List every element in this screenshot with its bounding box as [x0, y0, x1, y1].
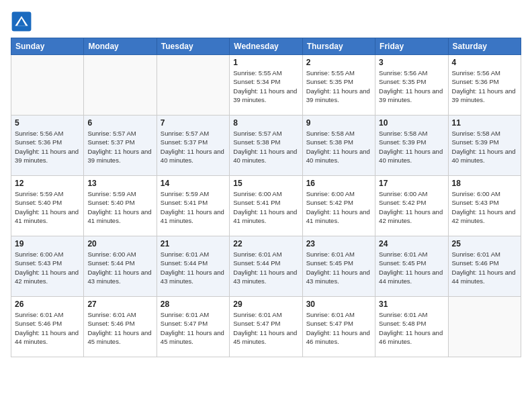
page-header: [11, 11, 521, 32]
calendar-day-cell: 25Sunrise: 6:01 AM Sunset: 5:46 PM Dayli…: [448, 236, 521, 297]
calendar-day-cell: 14Sunrise: 5:59 AM Sunset: 5:41 PM Dayli…: [157, 176, 229, 236]
day-number: 25: [452, 239, 517, 248]
calendar-day-cell: 9Sunrise: 5:58 AM Sunset: 5:38 PM Daylig…: [302, 116, 375, 176]
day-of-week-header: Tuesday: [157, 38, 229, 55]
day-number: 10: [379, 118, 444, 128]
calendar-day-cell: 20Sunrise: 6:00 AM Sunset: 5:44 PM Dayli…: [84, 236, 157, 297]
day-number: 19: [15, 239, 80, 248]
calendar-day-cell: 27Sunrise: 6:01 AM Sunset: 5:46 PM Dayli…: [84, 297, 157, 357]
day-number: 26: [15, 300, 80, 309]
logo: [11, 11, 35, 32]
day-of-week-header: Wednesday: [230, 38, 302, 55]
day-number: 28: [161, 300, 226, 309]
day-number: 30: [306, 300, 371, 309]
day-number: 14: [161, 179, 226, 188]
day-info: Sunrise: 6:01 AM Sunset: 5:46 PM Dayligh…: [452, 250, 517, 285]
day-info: Sunrise: 5:55 AM Sunset: 5:35 PM Dayligh…: [306, 68, 371, 104]
day-info: Sunrise: 5:59 AM Sunset: 5:40 PM Dayligh…: [15, 189, 80, 225]
calendar-day-cell: 19Sunrise: 6:00 AM Sunset: 5:43 PM Dayli…: [11, 236, 84, 297]
day-info: Sunrise: 5:58 AM Sunset: 5:39 PM Dayligh…: [379, 129, 444, 165]
day-info: Sunrise: 6:01 AM Sunset: 5:46 PM Dayligh…: [87, 310, 152, 346]
day-number: 24: [379, 239, 444, 248]
calendar-day-cell: 26Sunrise: 6:01 AM Sunset: 5:46 PM Dayli…: [11, 297, 84, 357]
day-number: 1: [233, 58, 298, 67]
day-info: Sunrise: 6:00 AM Sunset: 5:42 PM Dayligh…: [306, 189, 371, 225]
day-info: Sunrise: 6:00 AM Sunset: 5:44 PM Dayligh…: [87, 250, 152, 285]
day-info: Sunrise: 5:56 AM Sunset: 5:36 PM Dayligh…: [15, 129, 80, 165]
day-number: 23: [306, 239, 371, 248]
calendar-day-cell: [84, 55, 157, 116]
logo-icon: [11, 11, 32, 32]
day-of-week-header: Sunday: [11, 38, 84, 55]
calendar-day-cell: [157, 55, 229, 116]
day-info: Sunrise: 6:01 AM Sunset: 5:47 PM Dayligh…: [161, 310, 226, 346]
day-info: Sunrise: 6:00 AM Sunset: 5:42 PM Dayligh…: [379, 189, 444, 225]
day-info: Sunrise: 6:00 AM Sunset: 5:43 PM Dayligh…: [452, 189, 517, 225]
calendar-day-cell: 1Sunrise: 5:55 AM Sunset: 5:34 PM Daylig…: [230, 55, 302, 116]
day-number: 8: [233, 118, 298, 128]
day-info: Sunrise: 5:55 AM Sunset: 5:34 PM Dayligh…: [233, 68, 298, 104]
day-number: 9: [306, 118, 371, 128]
calendar-day-cell: 18Sunrise: 6:00 AM Sunset: 5:43 PM Dayli…: [448, 176, 521, 236]
calendar-day-cell: 3Sunrise: 5:56 AM Sunset: 5:35 PM Daylig…: [375, 55, 448, 116]
day-number: 27: [87, 300, 152, 309]
calendar-day-cell: 7Sunrise: 5:57 AM Sunset: 5:37 PM Daylig…: [157, 116, 229, 176]
day-info: Sunrise: 5:58 AM Sunset: 5:38 PM Dayligh…: [306, 129, 371, 165]
day-info: Sunrise: 5:57 AM Sunset: 5:37 PM Dayligh…: [161, 129, 226, 165]
calendar-day-cell: [11, 55, 84, 116]
day-info: Sunrise: 5:59 AM Sunset: 5:41 PM Dayligh…: [161, 189, 226, 225]
calendar-header-row: SundayMondayTuesdayWednesdayThursdayFrid…: [11, 38, 521, 55]
calendar-day-cell: 4Sunrise: 5:56 AM Sunset: 5:36 PM Daylig…: [448, 55, 521, 116]
calendar-day-cell: 11Sunrise: 5:58 AM Sunset: 5:39 PM Dayli…: [448, 116, 521, 176]
day-info: Sunrise: 5:58 AM Sunset: 5:39 PM Dayligh…: [452, 129, 517, 165]
calendar-day-cell: 16Sunrise: 6:00 AM Sunset: 5:42 PM Dayli…: [302, 176, 375, 236]
day-info: Sunrise: 5:56 AM Sunset: 5:36 PM Dayligh…: [452, 68, 517, 104]
calendar-day-cell: 5Sunrise: 5:56 AM Sunset: 5:36 PM Daylig…: [11, 116, 84, 176]
day-number: 2: [306, 58, 371, 67]
day-number: 18: [452, 179, 517, 188]
calendar-day-cell: 15Sunrise: 6:00 AM Sunset: 5:41 PM Dayli…: [230, 176, 302, 236]
day-number: 4: [452, 58, 517, 67]
day-info: Sunrise: 5:57 AM Sunset: 5:37 PM Dayligh…: [87, 129, 152, 165]
day-info: Sunrise: 6:01 AM Sunset: 5:45 PM Dayligh…: [306, 250, 371, 285]
day-number: 15: [233, 179, 298, 188]
day-of-week-header: Saturday: [448, 38, 521, 55]
calendar-day-cell: 8Sunrise: 5:57 AM Sunset: 5:38 PM Daylig…: [230, 116, 302, 176]
calendar-day-cell: 28Sunrise: 6:01 AM Sunset: 5:47 PM Dayli…: [157, 297, 229, 357]
calendar-day-cell: 17Sunrise: 6:00 AM Sunset: 5:42 PM Dayli…: [375, 176, 448, 236]
day-of-week-header: Monday: [84, 38, 157, 55]
day-of-week-header: Friday: [375, 38, 448, 55]
day-number: 16: [306, 179, 371, 188]
calendar-day-cell: 21Sunrise: 6:01 AM Sunset: 5:44 PM Dayli…: [157, 236, 229, 297]
calendar-day-cell: 22Sunrise: 6:01 AM Sunset: 5:44 PM Dayli…: [230, 236, 302, 297]
day-info: Sunrise: 6:00 AM Sunset: 5:41 PM Dayligh…: [233, 189, 298, 225]
calendar-day-cell: 12Sunrise: 5:59 AM Sunset: 5:40 PM Dayli…: [11, 176, 84, 236]
day-info: Sunrise: 6:01 AM Sunset: 5:44 PM Dayligh…: [161, 250, 226, 285]
calendar-day-cell: 31Sunrise: 6:01 AM Sunset: 5:48 PM Dayli…: [375, 297, 448, 357]
day-number: 6: [87, 118, 152, 128]
calendar-week-row: 1Sunrise: 5:55 AM Sunset: 5:34 PM Daylig…: [11, 55, 521, 116]
day-number: 31: [379, 300, 444, 309]
day-number: 21: [161, 239, 226, 248]
day-number: 13: [87, 179, 152, 188]
day-info: Sunrise: 6:01 AM Sunset: 5:47 PM Dayligh…: [306, 310, 371, 346]
day-info: Sunrise: 5:56 AM Sunset: 5:35 PM Dayligh…: [379, 68, 444, 104]
day-number: 11: [452, 118, 517, 128]
calendar-day-cell: 30Sunrise: 6:01 AM Sunset: 5:47 PM Dayli…: [302, 297, 375, 357]
day-number: 20: [87, 239, 152, 248]
day-info: Sunrise: 6:01 AM Sunset: 5:46 PM Dayligh…: [15, 310, 80, 346]
day-info: Sunrise: 6:01 AM Sunset: 5:44 PM Dayligh…: [233, 250, 298, 285]
calendar-table: SundayMondayTuesdayWednesdayThursdayFrid…: [11, 38, 521, 357]
calendar-week-row: 26Sunrise: 6:01 AM Sunset: 5:46 PM Dayli…: [11, 297, 521, 357]
calendar-day-cell: [448, 297, 521, 357]
day-number: 12: [15, 179, 80, 188]
day-number: 22: [233, 239, 298, 248]
day-info: Sunrise: 5:57 AM Sunset: 5:38 PM Dayligh…: [233, 129, 298, 165]
calendar-day-cell: 23Sunrise: 6:01 AM Sunset: 5:45 PM Dayli…: [302, 236, 375, 297]
day-number: 17: [379, 179, 444, 188]
calendar-day-cell: 29Sunrise: 6:01 AM Sunset: 5:47 PM Dayli…: [230, 297, 302, 357]
calendar-week-row: 19Sunrise: 6:00 AM Sunset: 5:43 PM Dayli…: [11, 236, 521, 297]
calendar-day-cell: 13Sunrise: 5:59 AM Sunset: 5:40 PM Dayli…: [84, 176, 157, 236]
calendar-day-cell: 24Sunrise: 6:01 AM Sunset: 5:45 PM Dayli…: [375, 236, 448, 297]
calendar-week-row: 12Sunrise: 5:59 AM Sunset: 5:40 PM Dayli…: [11, 176, 521, 236]
